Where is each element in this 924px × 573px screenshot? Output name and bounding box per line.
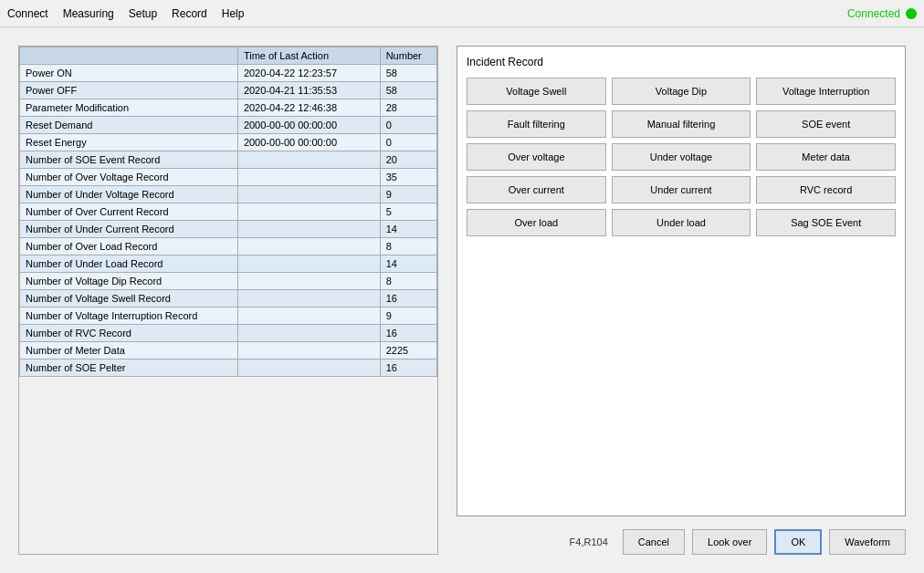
table-row: Number of RVC Record16 [20, 325, 437, 342]
cell-name: Number of RVC Record [20, 325, 238, 342]
cell-time [237, 273, 380, 290]
action-btn-look-over[interactable]: Look over [692, 529, 767, 555]
action-btn-cancel[interactable]: Cancel [623, 529, 685, 555]
incident-btn-under-voltage[interactable]: Under voltage [612, 143, 751, 171]
records-table-container: Time of Last Action Number Power ON2020-… [18, 46, 438, 555]
incident-btn-voltage-dip[interactable]: Voltage Dip [612, 78, 751, 105]
main-content: Time of Last Action Number Power ON2020-… [0, 27, 924, 573]
cell-name: Number of Over Load Record [20, 238, 238, 255]
cell-name: Reset Demand [20, 117, 238, 134]
cell-number: 0 [380, 134, 436, 151]
cell-number: 8 [380, 273, 436, 290]
menu-record[interactable]: Record [172, 7, 207, 20]
incident-btn-sag-soe-event[interactable]: Sag SOE Event [756, 209, 896, 236]
table-row: Number of Meter Data2225 [20, 342, 437, 359]
cell-time [237, 290, 380, 307]
table-row: Number of Over Current Record5 [20, 203, 437, 221]
cell-name: Number of Under Load Record [20, 255, 238, 273]
cell-number: 14 [380, 221, 436, 238]
cell-time [237, 169, 380, 186]
cell-time [237, 221, 380, 238]
incident-btn-fault-filtering[interactable]: Fault filtering [467, 110, 606, 138]
incident-btn-over-load[interactable]: Over load [467, 209, 606, 236]
table-row: Number of SOE Event Record20 [20, 151, 437, 169]
cell-name: Number of SOE Event Record [20, 151, 238, 169]
incident-btn-manual-filtering[interactable]: Manual filtering [612, 110, 751, 138]
connection-status: Connected [847, 7, 917, 20]
cell-time [237, 186, 380, 203]
cell-name: Number of Under Voltage Record [20, 186, 238, 203]
col-header-number: Number [380, 47, 436, 65]
table-row: Number of Under Current Record14 [20, 221, 437, 238]
cell-number: 28 [380, 99, 436, 117]
incident-btn-over-voltage[interactable]: Over voltage [467, 143, 606, 171]
cell-name: Number of Meter Data [20, 342, 238, 359]
connection-indicator [906, 8, 917, 19]
records-table: Time of Last Action Number Power ON2020-… [19, 47, 437, 377]
menu-measuring[interactable]: Measuring [63, 7, 114, 20]
cell-time [237, 342, 380, 359]
table-row: Parameter Modification2020-04-22 12:46:3… [20, 99, 437, 117]
cell-name: Power ON [20, 65, 238, 82]
menu-connect[interactable]: Connect [7, 7, 48, 20]
cell-time [237, 203, 380, 221]
menu-help[interactable]: Help [222, 7, 245, 20]
cell-name: Number of Voltage Dip Record [20, 273, 238, 290]
cell-time [237, 255, 380, 273]
cell-number: 9 [380, 307, 436, 325]
cell-name: Power OFF [20, 82, 238, 99]
cell-number: 8 [380, 238, 436, 255]
action-btn-ok[interactable]: OK [774, 529, 822, 555]
table-row: Reset Demand2000-00-00 00:00:000 [20, 117, 437, 134]
cell-number: 14 [380, 255, 436, 273]
cell-time: 2020-04-22 12:23:57 [237, 65, 380, 82]
table-row: Reset Energy2000-00-00 00:00:000 [20, 134, 437, 151]
cell-time [237, 307, 380, 325]
incident-btn-soe-event[interactable]: SOE event [756, 110, 896, 138]
cell-name: Number of Voltage Swell Record [20, 290, 238, 307]
incident-btn-voltage-interruption[interactable]: Voltage Interruption [756, 78, 896, 105]
cell-time: 2020-04-21 11:35:53 [237, 82, 380, 99]
table-row: Number of Voltage Swell Record16 [20, 290, 437, 307]
cell-time [237, 359, 380, 377]
incident-btn-under-current[interactable]: Under current [612, 176, 751, 203]
incident-btn-voltage-swell[interactable]: Voltage Swell [467, 78, 606, 105]
table-row: Number of Under Load Record14 [20, 255, 437, 273]
status-label: F4,R104 [570, 537, 608, 547]
cell-number: 9 [380, 186, 436, 203]
cell-time: 2020-04-22 12:46:38 [237, 99, 380, 117]
incident-btn-meter-data[interactable]: Meter data [756, 143, 896, 171]
right-panel: Incident Record Voltage SwellVoltage Dip… [457, 46, 906, 555]
table-row: Number of Over Voltage Record35 [20, 169, 437, 186]
cell-time [237, 325, 380, 342]
cell-number: 16 [380, 359, 436, 377]
cell-name: Number of Over Current Record [20, 203, 238, 221]
col-header-name [20, 47, 238, 65]
cell-time: 2000-00-00 00:00:00 [237, 117, 380, 134]
cell-name: Number of Voltage Interruption Record [20, 307, 238, 325]
incident-buttons-grid: Voltage SwellVoltage DipVoltage Interrup… [467, 78, 896, 236]
cell-time [237, 151, 380, 169]
incident-btn-under-load[interactable]: Under load [612, 209, 751, 236]
action-btn-waveform[interactable]: Waveform [829, 529, 906, 555]
cell-name: Parameter Modification [20, 99, 238, 117]
cell-number: 35 [380, 169, 436, 186]
cell-number: 0 [380, 117, 436, 134]
menubar: Connect Measuring Setup Record Help Conn… [0, 0, 924, 27]
cell-name: Number of SOE Pelter [20, 359, 238, 377]
menu-setup[interactable]: Setup [129, 7, 157, 20]
cell-name: Reset Energy [20, 134, 238, 151]
incident-btn-over-current[interactable]: Over current [467, 176, 606, 203]
incident-record-title: Incident Record [467, 56, 896, 68]
col-header-time: Time of Last Action [237, 47, 380, 65]
cell-number: 16 [380, 290, 436, 307]
table-row: Power OFF2020-04-21 11:35:5358 [20, 82, 437, 99]
action-buttons: CancelLook overOKWaveform [623, 529, 906, 555]
table-row: Number of Over Load Record8 [20, 238, 437, 255]
cell-number: 16 [380, 325, 436, 342]
cell-number: 5 [380, 203, 436, 221]
cell-name: Number of Under Current Record [20, 221, 238, 238]
cell-number: 58 [380, 82, 436, 99]
incident-btn-rvc-record[interactable]: RVC record [756, 176, 896, 203]
cell-number: 58 [380, 65, 436, 82]
